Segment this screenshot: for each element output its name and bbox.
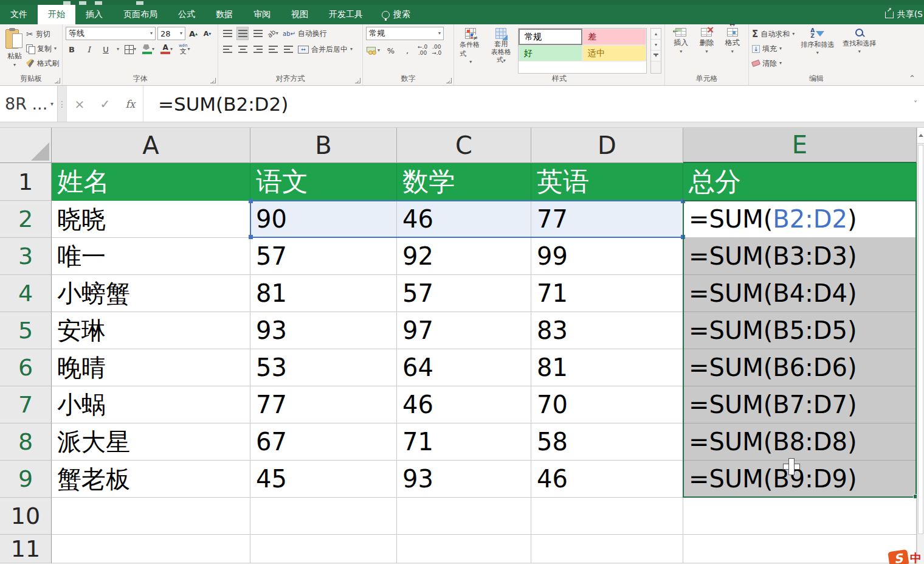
- cell-d5[interactable]: 83: [531, 312, 683, 349]
- style-neutral[interactable]: 适中: [582, 45, 646, 61]
- cell-a1[interactable]: 姓名: [52, 163, 250, 201]
- cell-d6[interactable]: 81: [531, 349, 683, 386]
- cut-button[interactable]: ✂ 剪切: [26, 27, 59, 41]
- dialog-launcher-icon[interactable]: [446, 78, 452, 83]
- borders-button[interactable]: ▾: [124, 43, 137, 56]
- find-select-button[interactable]: 查找和选择 ▾: [840, 27, 878, 74]
- col-header-a[interactable]: A: [52, 128, 250, 163]
- currency-format-button[interactable]: ▾: [366, 44, 381, 57]
- row-header-5[interactable]: 5: [0, 312, 52, 349]
- bold-button[interactable]: B: [66, 43, 78, 56]
- dialog-launcher-icon[interactable]: [355, 78, 360, 83]
- cell-e10[interactable]: [683, 498, 917, 535]
- col-header-d[interactable]: D: [531, 128, 683, 163]
- format-as-table-button[interactable]: 套用表格格式▾: [486, 27, 515, 74]
- tab-view[interactable]: 视图: [281, 5, 319, 24]
- align-middle-button[interactable]: [236, 27, 249, 40]
- row-header-9[interactable]: 9: [0, 461, 52, 498]
- delete-cells-button[interactable]: 删除 ▾: [697, 27, 716, 74]
- cell-d11[interactable]: [531, 535, 683, 563]
- italic-button[interactable]: I: [83, 43, 95, 56]
- tab-review[interactable]: 审阅: [243, 5, 281, 24]
- cell-b3[interactable]: 57: [250, 238, 397, 275]
- formula-bar-divider[interactable]: ⋮: [58, 86, 66, 122]
- select-all-corner[interactable]: [0, 128, 52, 163]
- tell-me-search[interactable]: 搜索: [373, 5, 419, 24]
- cell-c3[interactable]: 92: [397, 238, 531, 275]
- col-header-c[interactable]: C: [397, 128, 531, 163]
- cell-c6[interactable]: 64: [397, 349, 531, 386]
- align-center-button[interactable]: [236, 43, 249, 56]
- cell-e3[interactable]: =SUM(B3:D3): [683, 238, 917, 275]
- dialog-launcher-icon[interactable]: [210, 78, 216, 83]
- row-header-1[interactable]: 1: [0, 163, 52, 201]
- format-painter-button[interactable]: 格式刷: [26, 56, 59, 71]
- chevron-down-icon[interactable]: ▾: [117, 47, 119, 52]
- cell-b6[interactable]: 53: [250, 349, 397, 386]
- cell-e6[interactable]: =SUM(B6:D6): [683, 349, 917, 386]
- tab-formulas[interactable]: 公式: [168, 5, 205, 24]
- cell-d10[interactable]: [531, 498, 683, 535]
- col-header-b[interactable]: B: [250, 128, 397, 163]
- merge-center-button[interactable]: ↔ 合并后居中 ▾: [297, 43, 353, 56]
- cell-c4[interactable]: 57: [397, 275, 531, 312]
- cell-a7[interactable]: 小蜗: [52, 386, 250, 423]
- cell-c9[interactable]: 93: [397, 461, 531, 498]
- cell-a3[interactable]: 唯一: [52, 238, 250, 275]
- tab-home[interactable]: 开始: [38, 5, 75, 24]
- cell-b10[interactable]: [250, 498, 397, 535]
- decrease-decimal-button[interactable]: .00→.0: [432, 44, 441, 57]
- phonetic-button[interactable]: wén文▾: [178, 43, 190, 56]
- autosum-button[interactable]: Σ 自动求和 ▾: [752, 27, 795, 41]
- row-header-10[interactable]: 10: [0, 498, 52, 535]
- style-good[interactable]: 好: [519, 45, 582, 61]
- row-header-7[interactable]: 7: [0, 386, 52, 423]
- cell-c11[interactable]: [397, 535, 531, 563]
- increase-font-button[interactable]: A▴: [187, 27, 199, 40]
- scroll-up-icon[interactable]: [917, 128, 924, 144]
- cell-b8[interactable]: 67: [250, 423, 397, 461]
- conditional-formatting-button[interactable]: 条件格式 ▾: [457, 27, 484, 74]
- decrease-indent-button[interactable]: [267, 43, 279, 56]
- cell-d4[interactable]: 71: [531, 275, 683, 312]
- cell-d3[interactable]: 99: [531, 238, 683, 275]
- row-header-8[interactable]: 8: [0, 423, 52, 461]
- cell-b11[interactable]: [250, 535, 397, 563]
- clear-button[interactable]: 清除 ▾: [752, 56, 795, 71]
- cell-e9[interactable]: =SUM(B9:D9): [683, 461, 917, 498]
- dialog-launcher-icon[interactable]: [55, 78, 60, 83]
- cell-e4[interactable]: =SUM(B4:D4): [683, 275, 917, 312]
- comma-format-button[interactable]: ,: [401, 44, 413, 57]
- align-right-button[interactable]: [252, 43, 264, 56]
- style-normal[interactable]: 常规: [519, 29, 582, 45]
- cell-e11[interactable]: [683, 535, 917, 563]
- cell-b9[interactable]: 45: [250, 461, 397, 498]
- paste-button[interactable]: 粘贴 ▾: [3, 27, 26, 74]
- align-left-button[interactable]: [221, 43, 233, 56]
- cell-a5[interactable]: 安琳: [52, 312, 250, 349]
- cell-a2[interactable]: 晓晓: [52, 201, 250, 238]
- cell-c8[interactable]: 71: [397, 423, 531, 461]
- cell-b7[interactable]: 77: [250, 386, 397, 423]
- row-header-6[interactable]: 6: [0, 349, 52, 386]
- enter-icon[interactable]: ✓: [100, 97, 111, 111]
- cell-c7[interactable]: 46: [397, 386, 531, 423]
- increase-indent-button[interactable]: [282, 43, 294, 56]
- sort-filter-button[interactable]: AZ 排序和筛选 ▾: [798, 27, 836, 74]
- cell-c10[interactable]: [397, 498, 531, 535]
- cell-a6[interactable]: 晚晴: [52, 349, 250, 386]
- number-format-combo[interactable]: 常规 ▾: [366, 27, 444, 40]
- cell-a10[interactable]: [52, 498, 250, 535]
- row-header-3[interactable]: 3: [0, 238, 52, 275]
- share-button[interactable]: 共享(S: [885, 5, 923, 24]
- formula-input[interactable]: =SUM(B2:D2): [143, 86, 907, 122]
- tab-developer[interactable]: 开发工具: [319, 5, 373, 24]
- orientation-button[interactable]: ab▾: [267, 27, 279, 40]
- cell-b1[interactable]: 语文: [250, 163, 397, 201]
- cell-e1[interactable]: 总分: [683, 163, 917, 201]
- col-header-e[interactable]: E: [683, 128, 917, 163]
- cell-a9[interactable]: 蟹老板: [52, 461, 250, 498]
- tab-file[interactable]: 文件: [0, 5, 38, 24]
- cell-e5[interactable]: =SUM(B5:D5): [683, 312, 917, 349]
- cell-b2[interactable]: 90: [250, 201, 397, 238]
